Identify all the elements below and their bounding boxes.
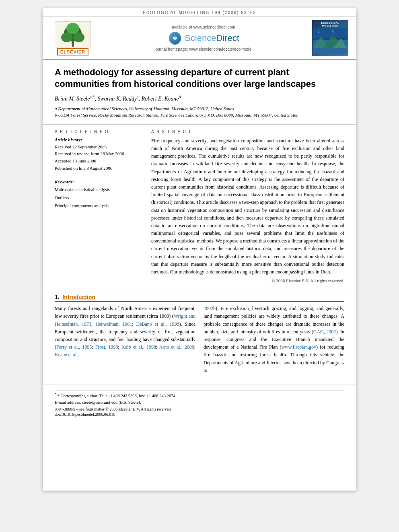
page: ECOLOGICAL MODELLING 199 (2006) 53–63 ⚘ … [43,8,356,491]
abstract-header: A B S T R A C T [151,129,344,134]
svg-point-6 [72,41,74,43]
article-title: A methodology for assessing departure of… [55,67,344,90]
link-heinselman[interactable]: Heinselman, 1981 [95,321,132,327]
journal-cover-image [313,28,348,54]
intro-left-text: Many forests and rangelands of North Ame… [55,305,195,359]
accepted-date: Accepted 13 June 2006 [55,158,136,165]
keywords-block: Keywords: Multivariate statistical analy… [55,179,136,210]
link-keane2002b[interactable]: 2002b [204,306,216,311]
authors: Brian M. Steelea,*, Swarna K. Reddya, Ro… [55,94,344,102]
link-arno[interactable]: Arno et al., 2000 [159,344,194,350]
svg-text:⚘: ⚘ [72,45,74,47]
section-number: 1. [55,294,60,300]
intro-right-col: 2002b). Fire exclusion, livestock grazin… [204,305,344,374]
elsevier-label: ELSEVIER [57,48,88,55]
link-frost[interactable]: Frost, 1998 [95,344,118,350]
affiliation-a: a Deptartment of Mathematical Sciences, … [55,105,344,112]
article-info-abstract: A R T I C L E I N F O Article history: R… [43,125,356,288]
received-revised-date: Received in revised form 26 May 2006 [55,150,136,158]
elsevier-tree-icon: ⚘ [55,21,91,47]
sciencedirect-logo: ScienceDirect [95,31,312,45]
author-steele: Brian M. Steele [55,96,90,102]
email-note: E-mail address: steele@mso.umt.edu (B.S.… [55,399,344,406]
published-date: Published on line 8 August 2006 [55,165,136,172]
keyword-2: Outliers [55,194,136,202]
doi-line: doi:10.1016/j.ecolmodel.2006.06.016 [55,412,344,417]
svg-rect-14 [313,28,348,38]
intro-left-col: Many forests and rangelands of North Ame… [55,305,195,374]
journal-cover-title: ECOLOGICAL MODELLING [314,22,347,27]
introduction-section: 1. Introduction Many forests and rangela… [43,288,356,380]
affiliations: a Deptartment of Mathematical Sciences, … [55,105,344,119]
keywords-label: Keywords: [55,179,136,184]
svg-point-16 [332,30,334,33]
keyword-1: Multivariate statistical analysis [55,186,136,194]
svg-point-15 [318,31,320,33]
journal-bar: ECOLOGICAL MODELLING 199 (2006) 53–63 [43,8,356,17]
svg-point-5 [66,23,79,34]
corresponding-author-note: * Corresponding author. Tel.: +1 406 243… [58,393,177,398]
abstract-col: A B S T R A C T Fire frequency and sever… [151,129,344,283]
license-line: 0304-3800/$ – see front matter © 2006 El… [55,407,344,411]
affiliation-b: b USDA Forest Service, Rocky Mountain Re… [55,112,344,119]
author-keane: Robert E. Keane [142,96,179,102]
available-text: available at www.sciencedirect.com [95,25,312,29]
page-footer: * * Corresponding author. Tel.: +1 406 2… [43,384,356,420]
author-reddy: Swarna K. Reddy [97,96,137,102]
link-ferry[interactable]: Ferry et al., 1995 [56,344,92,350]
link-gao[interactable]: GAO, 2002 [313,329,336,335]
section-heading: 1. Introduction [55,294,344,302]
copyright-line: © 2006 Elsevier B.V. All rights reserved… [151,278,344,283]
corresponding-note: * * Corresponding author. Tel.: +1 406 2… [55,392,344,399]
header-center: available at www.sciencedirect.com Scien… [95,25,312,51]
sciencedirect-text: ScienceDirect [185,33,239,43]
journal-citation: ECOLOGICAL MODELLING 199 (2006) 53–63 [143,10,256,15]
received-date: Received 22 September 2005 [55,144,136,151]
svg-point-4 [73,33,84,42]
article-info-header: A R T I C L E I N F O [55,129,136,134]
article-title-section: A methodology for assessing departure of… [43,60,356,125]
history-label: Article history: [55,137,136,142]
intro-two-col: Many forests and rangelands of North Ame… [55,305,344,374]
link-kolb[interactable]: Kolb et al., 1998 [121,344,156,350]
header-logos: ⚘ ELSEVIER available at www.sciencedirec… [43,17,356,60]
link-keane[interactable]: Keane et al., [55,352,79,357]
elsevier-logo: ⚘ ELSEVIER [51,21,95,55]
section-title: Introduction [62,294,95,300]
link-debano[interactable]: DeBano et al., 1998 [136,321,179,327]
homepage-text: journal homepage: www.elsevier.com/locat… [95,47,312,51]
intro-right-text: 2002b). Fire exclusion, livestock grazin… [204,305,344,374]
journal-cover: ECOLOGICAL MODELLING [312,20,348,56]
sd-icon [168,31,182,45]
keyword-3: Principal components analysis [55,202,136,210]
article-info-col: A R T I C L E I N F O Article history: R… [55,129,143,283]
article-history-block: Article history: Received 22 September 2… [55,137,136,172]
abstract-text: Fire frequency and severity, and vegetat… [151,137,344,276]
link-fireplan[interactable]: www.fireplan.gov [281,344,316,350]
svg-point-3 [61,33,72,42]
